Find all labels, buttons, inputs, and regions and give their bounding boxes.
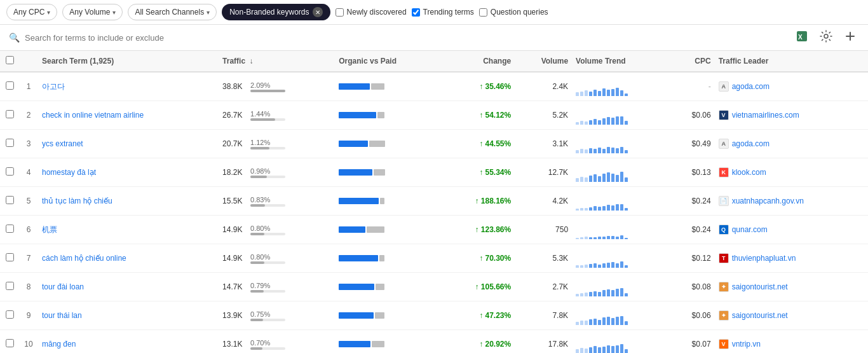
- leader-favicon: V: [719, 110, 729, 120]
- trend-bar: [576, 92, 579, 96]
- row-checkbox[interactable]: [6, 310, 14, 319]
- traffic-leader-cell: ✦ saigontourist.net: [719, 282, 864, 292]
- row-term[interactable]: thủ tục làm hộ chiếu: [38, 187, 219, 216]
- term-link[interactable]: homestay đà lạt: [42, 168, 96, 177]
- leader-domain-link[interactable]: vntrip.vn: [732, 340, 761, 349]
- paid-bar: [377, 112, 384, 118]
- row-checkbox-cell[interactable]: [0, 216, 19, 244]
- non-branded-filter-button[interactable]: Non-Branded keywords ✕: [222, 4, 330, 20]
- leader-domain-link[interactable]: klook.com: [732, 168, 766, 177]
- term-link[interactable]: tour thái lan: [42, 311, 82, 320]
- trending-terms-checkbox[interactable]: [412, 8, 420, 17]
- leader-domain-link[interactable]: agoda.com: [732, 139, 770, 148]
- settings-icon[interactable]: [817, 29, 835, 46]
- row-checkbox[interactable]: [6, 196, 14, 204]
- leader-domain-link[interactable]: agoda.com: [732, 82, 770, 91]
- trend-bars-container: [576, 249, 667, 268]
- row-checkbox[interactable]: [6, 110, 14, 118]
- row-checkbox-cell[interactable]: [0, 330, 19, 354]
- leader-domain-link[interactable]: xuatnhapcanh.gov.vn: [732, 197, 804, 205]
- term-link[interactable]: check in online vietnam airline: [42, 111, 144, 120]
- question-queries-checkbox[interactable]: [479, 8, 487, 17]
- organic-bar: [339, 341, 370, 347]
- channels-filter-label: All Search Channels: [135, 8, 204, 17]
- volume-value: 12.7K: [548, 168, 568, 177]
- leader-domain-link[interactable]: qunar.com: [732, 225, 768, 234]
- row-traffic: 38.8K 2.09%: [219, 72, 335, 101]
- row-checkbox[interactable]: [6, 81, 14, 90]
- trend-bar: [589, 207, 592, 211]
- row-volume-trend: [572, 158, 670, 187]
- row-term[interactable]: tour đài loan: [38, 273, 219, 301]
- leader-domain-link[interactable]: saigontourist.net: [732, 282, 788, 291]
- trend-bar: [598, 176, 601, 182]
- row-volume: 4.2K: [515, 187, 572, 216]
- row-checkbox[interactable]: [6, 253, 14, 261]
- non-branded-close-icon[interactable]: ✕: [313, 7, 323, 17]
- trending-terms-checkbox-label[interactable]: Trending terms: [412, 8, 474, 17]
- export-excel-icon[interactable]: X: [793, 29, 811, 46]
- row-term[interactable]: măng đen: [38, 330, 219, 354]
- select-all-checkbox[interactable]: [6, 56, 14, 64]
- row-checkbox-cell[interactable]: [0, 273, 19, 301]
- search-input[interactable]: [25, 33, 788, 43]
- select-all-header[interactable]: [0, 51, 19, 72]
- leader-domain-link[interactable]: saigontourist.net: [732, 311, 788, 320]
- trend-bar: [580, 348, 583, 353]
- term-link[interactable]: thủ tục làm hộ chiếu: [42, 197, 112, 205]
- term-link[interactable]: 机票: [42, 225, 57, 234]
- trend-bar: [616, 204, 619, 211]
- term-link[interactable]: tour đài loan: [42, 282, 84, 291]
- traffic-value: 14.9K: [222, 225, 247, 234]
- newly-discovered-checkbox-label[interactable]: Newly discovered: [336, 8, 407, 17]
- organic-paid-bar: [339, 255, 390, 261]
- channels-filter-button[interactable]: All Search Channels ▾: [128, 4, 217, 20]
- organic-bar: [339, 198, 379, 204]
- traffic-pct: 0.98%: [250, 167, 285, 175]
- traffic-header[interactable]: Traffic ↓: [219, 51, 335, 72]
- cpc-filter-button[interactable]: Any CPC ▾: [6, 4, 57, 20]
- row-checkbox-cell[interactable]: [0, 244, 19, 273]
- trend-bar: [616, 263, 619, 268]
- add-icon[interactable]: [841, 29, 859, 46]
- row-cpc: $0.13: [670, 158, 714, 187]
- term-link[interactable]: ycs extranet: [42, 139, 83, 148]
- row-checkbox-cell[interactable]: [0, 72, 19, 101]
- term-link[interactable]: măng đen: [42, 340, 76, 349]
- traffic-leader-header: Traffic Leader: [715, 51, 868, 72]
- traffic-leader-header-label: Traffic Leader: [719, 57, 769, 66]
- row-term[interactable]: 아고다: [38, 72, 219, 101]
- row-checkbox[interactable]: [6, 339, 14, 347]
- row-term[interactable]: check in online vietnam airline: [38, 101, 219, 130]
- term-link[interactable]: 아고다: [42, 82, 65, 91]
- row-checkbox-cell[interactable]: [0, 187, 19, 216]
- row-term[interactable]: homestay đà lạt: [38, 158, 219, 187]
- leader-domain-link[interactable]: thuvienphapluat.vn: [732, 254, 796, 263]
- row-checkbox-cell[interactable]: [0, 158, 19, 187]
- organic-bar: [339, 83, 370, 90]
- traffic-value: 26.7K: [222, 111, 247, 120]
- row-checkbox[interactable]: [6, 282, 14, 290]
- volume-filter-button[interactable]: Any Volume ▾: [62, 4, 123, 20]
- leader-domain-link[interactable]: vietnamairlines.com: [732, 111, 799, 120]
- question-queries-checkbox-label[interactable]: Question queries: [479, 8, 548, 17]
- newly-discovered-checkbox[interactable]: [336, 8, 344, 17]
- row-checkbox-cell[interactable]: [0, 301, 19, 330]
- row-term[interactable]: cách làm hộ chiếu online: [38, 244, 219, 273]
- trend-bar: [625, 93, 628, 97]
- trend-bar: [607, 289, 610, 296]
- trend-bar: [625, 121, 628, 125]
- row-term[interactable]: 机票: [38, 216, 219, 244]
- row-checkbox[interactable]: [6, 139, 14, 147]
- row-checkbox[interactable]: [6, 225, 14, 233]
- term-link[interactable]: cách làm hộ chiếu online: [42, 254, 126, 263]
- row-checkbox-cell[interactable]: [0, 101, 19, 130]
- row-cpc: -: [670, 72, 714, 101]
- traffic-leader-cell: K klook.com: [719, 167, 864, 177]
- row-term[interactable]: tour thái lan: [38, 301, 219, 330]
- table-row: 8tour đài loan 14.7K 0.79% ↑ 105.66%2.7K…: [0, 273, 868, 301]
- organic-paid-bar: [339, 83, 390, 90]
- row-checkbox-cell[interactable]: [0, 130, 19, 158]
- row-term[interactable]: ycs extranet: [38, 130, 219, 158]
- row-checkbox[interactable]: [6, 167, 14, 176]
